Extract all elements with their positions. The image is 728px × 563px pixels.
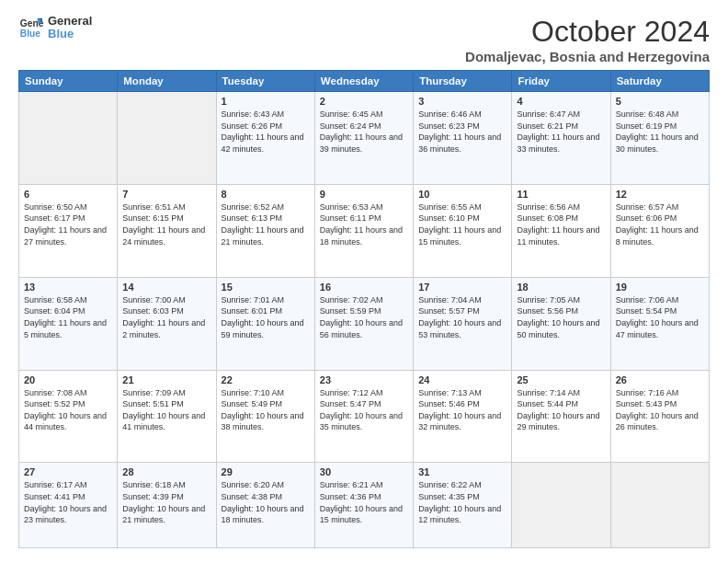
day-info: Sunrise: 6:53 AM Sunset: 6:11 PM Dayligh…: [320, 201, 408, 247]
title-block: October 2024 Domaljevac, Bosnia and Herz…: [465, 15, 710, 64]
day-cell: 3Sunrise: 6:46 AM Sunset: 6:23 PM Daylig…: [414, 92, 512, 185]
day-cell: 21Sunrise: 7:09 AM Sunset: 5:51 PM Dayli…: [118, 370, 216, 463]
day-number: 3: [418, 96, 506, 107]
day-cell: 17Sunrise: 7:04 AM Sunset: 5:57 PM Dayli…: [414, 277, 512, 370]
day-info: Sunrise: 7:12 AM Sunset: 5:47 PM Dayligh…: [320, 387, 408, 433]
day-cell: 15Sunrise: 7:01 AM Sunset: 6:01 PM Dayli…: [216, 277, 314, 370]
day-info: Sunrise: 6:17 AM Sunset: 4:41 PM Dayligh…: [24, 479, 112, 525]
day-number: 14: [122, 282, 210, 293]
day-cell: 25Sunrise: 7:14 AM Sunset: 5:44 PM Dayli…: [512, 370, 610, 463]
day-info: Sunrise: 7:09 AM Sunset: 5:51 PM Dayligh…: [122, 387, 210, 433]
day-cell: 13Sunrise: 6:58 AM Sunset: 6:04 PM Dayli…: [19, 277, 118, 370]
day-cell: [118, 92, 216, 185]
day-cell: 22Sunrise: 7:10 AM Sunset: 5:49 PM Dayli…: [216, 370, 314, 463]
day-info: Sunrise: 6:20 AM Sunset: 4:38 PM Dayligh…: [222, 479, 310, 525]
day-cell: 29Sunrise: 6:20 AM Sunset: 4:38 PM Dayli…: [216, 463, 314, 548]
day-info: Sunrise: 6:55 AM Sunset: 6:10 PM Dayligh…: [418, 201, 506, 247]
day-number: 10: [418, 189, 506, 200]
day-header-saturday: Saturday: [610, 71, 709, 92]
day-number: 28: [122, 466, 210, 477]
day-cell: 30Sunrise: 6:21 AM Sunset: 4:36 PM Dayli…: [314, 463, 413, 548]
day-cell: 27Sunrise: 6:17 AM Sunset: 4:41 PM Dayli…: [19, 463, 118, 548]
week-row-5: 27Sunrise: 6:17 AM Sunset: 4:41 PM Dayli…: [19, 463, 710, 548]
day-cell: [610, 463, 709, 548]
header-row: SundayMondayTuesdayWednesdayThursdayFrid…: [19, 71, 710, 92]
day-cell: 18Sunrise: 7:05 AM Sunset: 5:56 PM Dayli…: [512, 277, 610, 370]
day-info: Sunrise: 6:48 AM Sunset: 6:19 PM Dayligh…: [616, 109, 704, 155]
month-title: October 2024: [465, 15, 710, 49]
day-info: Sunrise: 6:43 AM Sunset: 6:26 PM Dayligh…: [222, 109, 310, 155]
calendar-header: SundayMondayTuesdayWednesdayThursdayFrid…: [19, 71, 710, 92]
calendar-body: 1Sunrise: 6:43 AM Sunset: 6:26 PM Daylig…: [19, 92, 710, 548]
day-number: 29: [222, 466, 310, 477]
day-cell: 11Sunrise: 6:56 AM Sunset: 6:08 PM Dayli…: [512, 184, 610, 277]
day-info: Sunrise: 6:22 AM Sunset: 4:35 PM Dayligh…: [418, 479, 506, 525]
day-cell: 12Sunrise: 6:57 AM Sunset: 6:06 PM Dayli…: [610, 184, 709, 277]
day-info: Sunrise: 6:51 AM Sunset: 6:15 PM Dayligh…: [122, 201, 210, 247]
day-header-friday: Friday: [512, 71, 610, 92]
day-cell: 19Sunrise: 7:06 AM Sunset: 5:54 PM Dayli…: [610, 277, 709, 370]
day-number: 11: [517, 189, 605, 200]
day-number: 17: [418, 282, 506, 293]
day-cell: 7Sunrise: 6:51 AM Sunset: 6:15 PM Daylig…: [118, 184, 216, 277]
week-row-1: 1Sunrise: 6:43 AM Sunset: 6:26 PM Daylig…: [19, 92, 710, 185]
day-info: Sunrise: 6:57 AM Sunset: 6:06 PM Dayligh…: [616, 201, 704, 247]
day-number: 5: [616, 96, 704, 107]
day-info: Sunrise: 6:18 AM Sunset: 4:39 PM Dayligh…: [122, 479, 210, 525]
location: Domaljevac, Bosnia and Herzegovina: [465, 49, 710, 64]
day-info: Sunrise: 7:02 AM Sunset: 5:59 PM Dayligh…: [320, 294, 408, 340]
day-number: 2: [320, 96, 408, 107]
day-cell: 10Sunrise: 6:55 AM Sunset: 6:10 PM Dayli…: [414, 184, 512, 277]
day-info: Sunrise: 6:52 AM Sunset: 6:13 PM Dayligh…: [222, 201, 310, 247]
day-cell: 23Sunrise: 7:12 AM Sunset: 5:47 PM Dayli…: [314, 370, 413, 463]
day-info: Sunrise: 6:50 AM Sunset: 6:17 PM Dayligh…: [24, 201, 112, 247]
day-cell: 28Sunrise: 6:18 AM Sunset: 4:39 PM Dayli…: [118, 463, 216, 548]
day-number: 13: [24, 282, 112, 293]
day-number: 31: [418, 466, 506, 477]
day-cell: 1Sunrise: 6:43 AM Sunset: 6:26 PM Daylig…: [216, 92, 314, 185]
day-number: 20: [24, 374, 112, 385]
day-info: Sunrise: 7:08 AM Sunset: 5:52 PM Dayligh…: [24, 387, 112, 433]
day-number: 1: [222, 96, 310, 107]
day-header-monday: Monday: [118, 71, 216, 92]
day-cell: 8Sunrise: 6:52 AM Sunset: 6:13 PM Daylig…: [216, 184, 314, 277]
day-number: 19: [616, 282, 704, 293]
day-number: 23: [320, 374, 408, 385]
week-row-4: 20Sunrise: 7:08 AM Sunset: 5:52 PM Dayli…: [19, 370, 710, 463]
day-header-thursday: Thursday: [414, 71, 512, 92]
week-row-3: 13Sunrise: 6:58 AM Sunset: 6:04 PM Dayli…: [19, 277, 710, 370]
day-number: 7: [122, 189, 210, 200]
day-info: Sunrise: 7:16 AM Sunset: 5:43 PM Dayligh…: [616, 387, 704, 433]
day-info: Sunrise: 7:00 AM Sunset: 6:03 PM Dayligh…: [122, 294, 210, 340]
day-cell: 14Sunrise: 7:00 AM Sunset: 6:03 PM Dayli…: [118, 277, 216, 370]
logo: General Blue General Blue: [18, 15, 92, 41]
day-info: Sunrise: 7:10 AM Sunset: 5:49 PM Dayligh…: [222, 387, 310, 433]
day-cell: 4Sunrise: 6:47 AM Sunset: 6:21 PM Daylig…: [512, 92, 610, 185]
logo-line2: Blue: [48, 28, 92, 40]
day-number: 25: [517, 374, 605, 385]
day-number: 15: [222, 282, 310, 293]
day-header-wednesday: Wednesday: [314, 71, 413, 92]
week-row-2: 6Sunrise: 6:50 AM Sunset: 6:17 PM Daylig…: [19, 184, 710, 277]
day-cell: 6Sunrise: 6:50 AM Sunset: 6:17 PM Daylig…: [19, 184, 118, 277]
header: General Blue General Blue October 2024 D…: [18, 15, 710, 64]
day-info: Sunrise: 7:14 AM Sunset: 5:44 PM Dayligh…: [517, 387, 605, 433]
day-cell: 9Sunrise: 6:53 AM Sunset: 6:11 PM Daylig…: [314, 184, 413, 277]
day-cell: 16Sunrise: 7:02 AM Sunset: 5:59 PM Dayli…: [314, 277, 413, 370]
day-number: 24: [418, 374, 506, 385]
day-cell: 24Sunrise: 7:13 AM Sunset: 5:46 PM Dayli…: [414, 370, 512, 463]
day-info: Sunrise: 6:21 AM Sunset: 4:36 PM Dayligh…: [320, 479, 408, 525]
day-info: Sunrise: 7:13 AM Sunset: 5:46 PM Dayligh…: [418, 387, 506, 433]
day-number: 4: [517, 96, 605, 107]
day-cell: 20Sunrise: 7:08 AM Sunset: 5:52 PM Dayli…: [19, 370, 118, 463]
day-info: Sunrise: 6:56 AM Sunset: 6:08 PM Dayligh…: [517, 201, 605, 247]
day-number: 6: [24, 189, 112, 200]
day-cell: 5Sunrise: 6:48 AM Sunset: 6:19 PM Daylig…: [610, 92, 709, 185]
calendar-table: SundayMondayTuesdayWednesdayThursdayFrid…: [18, 70, 710, 548]
day-info: Sunrise: 7:06 AM Sunset: 5:54 PM Dayligh…: [616, 294, 704, 340]
day-number: 30: [320, 466, 408, 477]
logo-icon: General Blue: [18, 15, 44, 40]
day-number: 9: [320, 189, 408, 200]
day-number: 18: [517, 282, 605, 293]
day-number: 22: [222, 374, 310, 385]
